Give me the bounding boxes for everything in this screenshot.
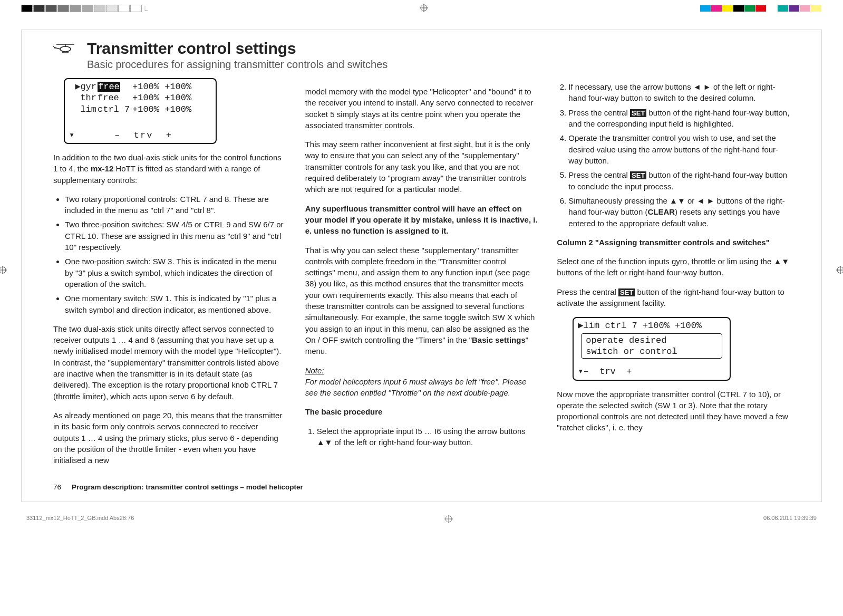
title-block: Transmitter control settings Basic proce… — [53, 40, 790, 71]
list-item: One two-position switch: SW 3. This is i… — [65, 256, 286, 290]
column-3: If necessary, use the arrow buttons ◄ ► … — [557, 78, 790, 474]
column2-heading: Column 2 "Assigning transmitter controls… — [557, 237, 790, 248]
lcd-display-2: ▶lim ctrl 7 +100% +100% operate desired … — [573, 317, 731, 381]
body-text: Select one of the function inputs gyro, … — [557, 256, 790, 278]
color-swatches — [700, 5, 822, 12]
content-columns: ▶gyr free +100% +100% thr free +100% +10… — [53, 78, 790, 474]
page-title: Transmitter control settings — [87, 40, 387, 57]
registration-mark-right — [836, 266, 843, 276]
step-1: Select the appropriate input I5 … I6 usi… — [317, 426, 538, 448]
page-footer: 76 Program description: transmitter cont… — [53, 483, 790, 491]
warning-text: Any superfluous transmitter control will… — [305, 203, 538, 237]
greyscale-swatches: ⎿ — [21, 5, 148, 12]
set-badge: SET — [630, 109, 646, 117]
doc-timestamp: 06.06.2011 19:39:39 — [763, 515, 817, 524]
page-number: 76 — [53, 483, 61, 491]
note-block: Note: For model helicopters input 6 must… — [305, 365, 538, 399]
body-text: Now move the appropriate transmitter con… — [557, 389, 790, 434]
step-5: Press the central SET button of the righ… — [568, 169, 790, 192]
doc-filename: 33112_mx12_HoTT_2_GB.indd Abs28:76 — [26, 515, 134, 524]
body-text: That is why you can select these "supple… — [305, 245, 538, 357]
step-3: Press the central SET button of the righ… — [568, 107, 790, 130]
set-badge: SET — [618, 288, 635, 296]
page-subtitle: Basic procedures for assigning transmitt… — [87, 59, 387, 71]
supplementary-controls-list: Two rotary proportional controls: CTRL 7… — [53, 194, 286, 315]
step-4: Operate the transmitter control you wish… — [568, 132, 790, 166]
set-badge: SET — [630, 171, 646, 179]
helicopter-icon — [53, 43, 77, 56]
list-item: One momentary switch: SW 1. This is indi… — [65, 293, 286, 315]
procedure-steps-cont: If necessary, use the arrow buttons ◄ ► … — [557, 81, 790, 229]
list-item: Two three-position switches: SW 4/5 or C… — [65, 219, 286, 253]
body-text: The two dual-axis stick units directly a… — [53, 323, 286, 402]
procedure-heading: The basic procedure — [305, 406, 538, 417]
step-2: If necessary, use the arrow buttons ◄ ► … — [568, 81, 790, 104]
print-calibration-bar: ⎿ — [0, 0, 843, 14]
column-2: model memory with the model type "Helico… — [305, 78, 538, 474]
procedure-steps-start: Select the appropriate input I5 … I6 usi… — [305, 426, 538, 448]
intro-text: In addition to the two dual-axis stick u… — [53, 152, 286, 186]
document-footer: 33112_mx12_HoTT_2_GB.indd Abs28:76 06.06… — [0, 513, 843, 532]
svg-point-11 — [60, 46, 71, 52]
step-6: Simultaneously pressing the ▲▼ or ◄ ► bu… — [568, 195, 790, 229]
registration-mark-bottom — [444, 515, 453, 524]
lcd-display-1: ▶gyr free +100% +100% thr free +100% +10… — [64, 78, 217, 144]
running-footer: Program description: transmitter control… — [72, 483, 303, 491]
body-text: This may seem rather inconvenient at fir… — [305, 139, 538, 195]
registration-mark-left — [0, 266, 7, 276]
page-frame: Transmitter control settings Basic proce… — [21, 30, 822, 502]
registration-mark-top — [420, 4, 428, 14]
column-1: ▶gyr free +100% +100% thr free +100% +10… — [53, 78, 286, 474]
body-text: Press the central SET button of the righ… — [557, 286, 790, 309]
body-text: model memory with the model type "Helico… — [305, 86, 538, 131]
list-item: Two rotary proportional controls: CTRL 7… — [65, 194, 286, 216]
body-text: As already mentioned on page 20, this me… — [53, 410, 286, 466]
